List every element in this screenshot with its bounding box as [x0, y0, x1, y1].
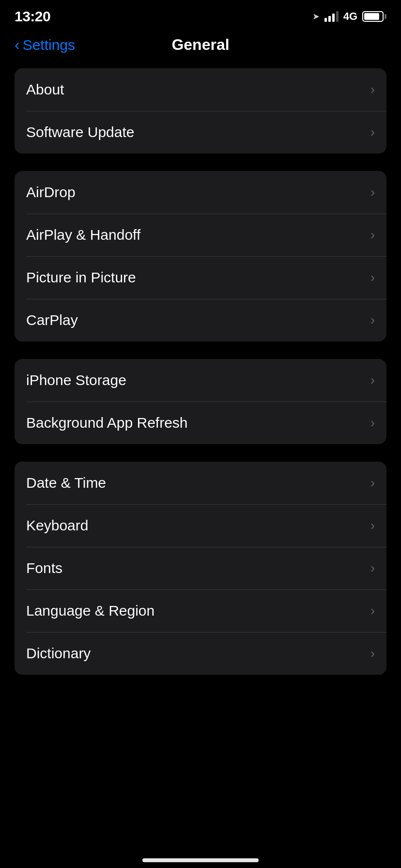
fonts-chevron-icon: › — [370, 560, 375, 576]
keyboard-label: Keyboard — [26, 517, 88, 534]
date-time-chevron-icon: › — [370, 475, 375, 491]
settings-group-1: About › Software Update › — [15, 68, 386, 154]
carplay-label: CarPlay — [26, 312, 78, 328]
back-chevron-icon: ‹ — [15, 37, 20, 52]
settings-content: About › Software Update › AirDrop › AirP… — [0, 63, 401, 712]
settings-row-about[interactable]: About › — [15, 68, 386, 111]
settings-group-3: iPhone Storage › Background App Refresh … — [15, 359, 386, 444]
airplay-handoff-chevron-icon: › — [370, 227, 375, 243]
battery-icon — [362, 11, 386, 22]
software-update-label: Software Update — [26, 124, 134, 140]
language-region-label: Language & Region — [26, 603, 154, 619]
battery-tip — [385, 14, 386, 19]
settings-group-2: AirDrop › AirPlay & Handoff › Picture in… — [15, 171, 386, 341]
settings-row-dictionary[interactable]: Dictionary › — [15, 632, 386, 675]
fonts-label: Fonts — [26, 560, 62, 576]
picture-in-picture-label: Picture in Picture — [26, 269, 136, 286]
status-bar: 13:20 ➤ 4G — [0, 0, 401, 26]
about-label: About — [26, 81, 64, 98]
iphone-storage-label: iPhone Storage — [26, 372, 126, 388]
home-indicator — [142, 858, 259, 862]
signal-bar-3 — [332, 14, 335, 22]
signal-bar-2 — [328, 16, 331, 22]
dictionary-label: Dictionary — [26, 645, 91, 662]
about-chevron-icon: › — [370, 82, 375, 97]
signal-bar-4 — [336, 11, 339, 22]
background-app-refresh-chevron-icon: › — [370, 415, 375, 431]
page-title: General — [171, 36, 229, 54]
settings-row-software-update[interactable]: Software Update › — [15, 111, 386, 154]
background-app-refresh-label: Background App Refresh — [26, 415, 188, 431]
battery-body — [362, 11, 384, 22]
status-icons: ➤ 4G — [312, 10, 386, 23]
keyboard-chevron-icon: › — [370, 518, 375, 533]
settings-row-keyboard[interactable]: Keyboard › — [15, 504, 386, 547]
dictionary-chevron-icon: › — [370, 646, 375, 661]
back-label: Settings — [23, 37, 75, 53]
settings-row-date-time[interactable]: Date & Time › — [15, 462, 386, 504]
settings-row-carplay[interactable]: CarPlay › — [15, 299, 386, 341]
airdrop-chevron-icon: › — [370, 185, 375, 200]
settings-row-picture-in-picture[interactable]: Picture in Picture › — [15, 256, 386, 299]
settings-row-background-app-refresh[interactable]: Background App Refresh › — [15, 402, 386, 444]
status-time: 13:20 — [15, 8, 50, 25]
settings-row-airdrop[interactable]: AirDrop › — [15, 171, 386, 214]
settings-row-language-region[interactable]: Language & Region › — [15, 589, 386, 632]
airdrop-label: AirDrop — [26, 184, 76, 201]
location-icon: ➤ — [312, 11, 320, 22]
airplay-handoff-label: AirPlay & Handoff — [26, 227, 140, 243]
carplay-chevron-icon: › — [370, 312, 375, 328]
settings-row-airplay-handoff[interactable]: AirPlay & Handoff › — [15, 214, 386, 256]
back-button[interactable]: ‹ Settings — [15, 37, 75, 53]
settings-row-fonts[interactable]: Fonts › — [15, 547, 386, 589]
network-type: 4G — [343, 10, 357, 23]
settings-group-4: Date & Time › Keyboard › Fonts › Languag… — [15, 462, 386, 675]
iphone-storage-chevron-icon: › — [370, 372, 375, 388]
battery-fill — [364, 13, 379, 20]
language-region-chevron-icon: › — [370, 603, 375, 619]
picture-in-picture-chevron-icon: › — [370, 270, 375, 285]
nav-bar: ‹ Settings General — [0, 26, 401, 59]
software-update-chevron-icon: › — [370, 124, 375, 140]
signal-icon — [324, 11, 339, 22]
date-time-label: Date & Time — [26, 475, 106, 491]
settings-row-iphone-storage[interactable]: iPhone Storage › — [15, 359, 386, 402]
signal-bar-1 — [324, 18, 327, 22]
